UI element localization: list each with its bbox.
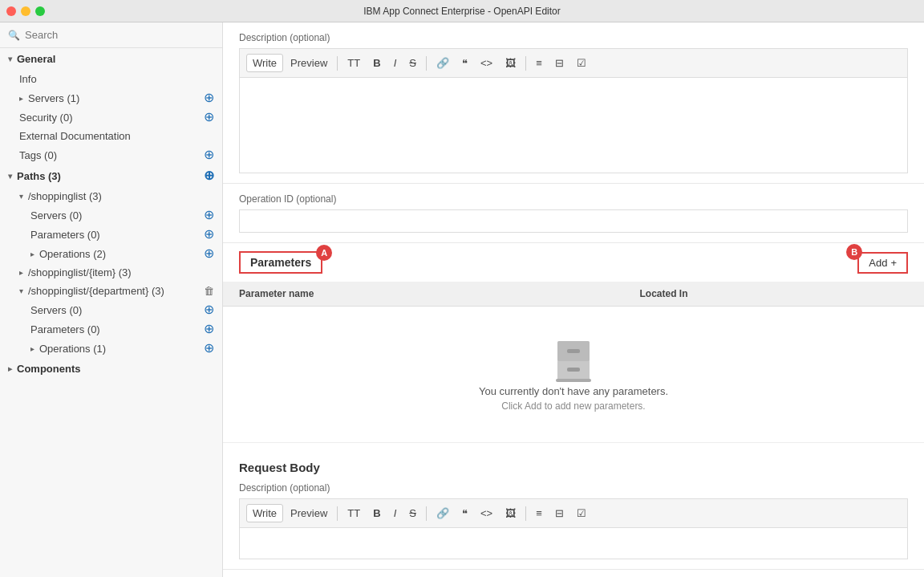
sidebar-item-sl-parameters[interactable]: Parameters (0) ⊕ (0, 225, 222, 244)
minimize-button[interactable] (21, 6, 30, 16)
add-parameter-button[interactable]: Add + (857, 252, 908, 274)
code-button[interactable]: <> (475, 55, 498, 71)
rb-bold-button[interactable]: B (367, 505, 386, 522)
add-server-button[interactable]: ⊕ (204, 91, 214, 104)
tags-label: Tags (0) (19, 149, 57, 161)
sidebar-item-shoppinglist-item[interactable]: ▸ /shoppinglist/{item} (3) (0, 263, 222, 282)
sidebar-section-paths[interactable]: ▾ Paths (3) ⊕ (0, 165, 222, 187)
add-sl-op-button[interactable]: ⊕ (204, 247, 214, 260)
strike-button[interactable]: S (403, 55, 422, 71)
toolbar-divider-3 (525, 56, 526, 71)
rb-ul-button[interactable]: ≡ (530, 505, 548, 522)
ol-button[interactable]: ⊟ (549, 55, 569, 71)
add-sl-server-button[interactable]: ⊕ (204, 209, 214, 221)
svg-rect-4 (567, 368, 580, 372)
chevron-right-icon-sl-ops: ▸ (30, 250, 34, 258)
description-section: Description (optional) Write Preview TT … (223, 22, 924, 184)
svg-rect-3 (567, 349, 580, 353)
sidebar-item-shoppinglist[interactable]: ▾ /shoppinglist (3) (0, 187, 222, 205)
add-dept-op-button[interactable]: ⊕ (204, 342, 214, 355)
rb-toolbar-divider-2 (426, 506, 427, 521)
sidebar-item-servers[interactable]: ▸ Servers (1) ⊕ (0, 88, 222, 108)
parameters-table: Parameter name Located In (223, 282, 924, 443)
plus-icon: + (890, 257, 897, 269)
security-label: Security (0) (19, 112, 72, 124)
toolbar-divider-2 (426, 56, 427, 71)
add-security-button[interactable]: ⊕ (204, 111, 214, 124)
rb-strike-button[interactable]: S (403, 505, 422, 522)
add-btn-container: B Add + (857, 252, 908, 274)
sidebar-item-dept-parameters[interactable]: Parameters (0) ⊕ (0, 319, 222, 339)
chevron-down-icon: ▾ (8, 55, 12, 63)
sidebar-item-dept-servers[interactable]: Servers (0) ⊕ (0, 300, 222, 319)
chevron-right-icon-comp: ▸ (8, 364, 12, 373)
sidebar-item-tags[interactable]: Tags (0) ⊕ (0, 145, 222, 165)
traffic-lights (6, 6, 45, 16)
parameters-header: Parameters A B Add + (223, 243, 924, 282)
rb-quote-button[interactable]: ❝ (456, 505, 473, 522)
add-tag-button[interactable]: ⊕ (204, 148, 214, 161)
operation-id-label: Operation ID (optional) (239, 193, 908, 205)
rb-tt-button[interactable]: TT (342, 505, 366, 522)
italic-button[interactable]: I (388, 55, 403, 71)
col-param-name: Parameter name (223, 282, 623, 307)
rb-image-button[interactable]: 🖼 (500, 505, 521, 522)
sidebar-item-info[interactable]: Info (0, 70, 222, 88)
request-body-toolbar: Write Preview TT B I S 🔗 ❝ <> 🖼 ≡ ⊟ ☑ (239, 498, 908, 527)
col-located-in: Located In (623, 282, 924, 307)
request-body-editor[interactable] (239, 527, 908, 559)
chevron-down-icon-paths: ▾ (8, 172, 12, 181)
add-label: Add (869, 257, 887, 269)
sidebar-item-dept-operations[interactable]: ▸ Operations (1) ⊕ (0, 339, 222, 358)
empty-icon (549, 337, 598, 385)
add-path-button[interactable]: ⊕ (204, 169, 214, 182)
request-body-section: Request Body Description (optional) Writ… (223, 451, 924, 570)
general-label: General (17, 53, 55, 65)
empty-subtitle: Click Add to add new parameters. (501, 400, 645, 412)
sidebar-section-general[interactable]: ▾ General (0, 48, 222, 70)
paths-label: Paths (3) (17, 170, 61, 182)
sidebar-item-security[interactable]: Security (0) ⊕ (0, 108, 222, 127)
badge-b: B (846, 244, 862, 260)
sidebar-item-shoppinglist-dept[interactable]: ▾ /shoppinglist/{department} (3) 🗑 (0, 282, 222, 300)
rb-preview-tab[interactable]: Preview (285, 505, 333, 522)
maximize-button[interactable] (35, 6, 45, 16)
rb-link-button[interactable]: 🔗 (431, 505, 455, 522)
sidebar-item-external-docs[interactable]: External Documentation (0, 127, 222, 145)
add-dept-param-button[interactable]: ⊕ (204, 323, 214, 335)
add-dept-server-button[interactable]: ⊕ (204, 303, 214, 316)
tt-button[interactable]: TT (342, 55, 366, 71)
rb-task-button[interactable]: ☑ (571, 505, 592, 522)
bold-button[interactable]: B (367, 55, 386, 71)
add-sl-param-button[interactable]: ⊕ (204, 228, 214, 241)
sidebar-item-sl-operations[interactable]: ▸ Operations (2) ⊕ (0, 244, 222, 263)
svg-rect-5 (556, 379, 591, 382)
rb-code-button[interactable]: <> (475, 505, 498, 522)
sidebar-section-components[interactable]: ▸ Components (0, 358, 222, 380)
delete-dept-button[interactable]: 🗑 (204, 285, 214, 297)
rb-toolbar-divider-3 (525, 506, 526, 521)
sidebar-item-sl-servers[interactable]: Servers (0) ⊕ (0, 205, 222, 225)
description-editor[interactable] (239, 77, 908, 173)
rb-write-tab[interactable]: Write (246, 504, 283, 522)
parameters-title: Parameters A (239, 251, 322, 274)
ul-button[interactable]: ≡ (530, 55, 548, 71)
operation-id-section: Operation ID (optional) (223, 184, 924, 243)
search-bar[interactable]: 🔍 (0, 22, 222, 48)
task-button[interactable]: ☑ (571, 55, 592, 71)
image-button[interactable]: 🖼 (500, 55, 521, 71)
servers-label: Servers (1) (28, 92, 79, 104)
operation-id-input[interactable] (239, 209, 908, 233)
search-input[interactable] (25, 29, 214, 41)
sidebar: 🔍 ▾ General Info ▸ Servers (1) ⊕ Securit… (0, 22, 223, 577)
close-button[interactable] (6, 6, 16, 16)
chevron-right-icon-dept-ops: ▸ (30, 344, 34, 353)
quote-button[interactable]: ❝ (456, 55, 473, 71)
rb-italic-button[interactable]: I (388, 505, 403, 522)
link-button[interactable]: 🔗 (431, 55, 455, 71)
preview-tab[interactable]: Preview (285, 55, 333, 71)
rb-ol-button[interactable]: ⊟ (549, 505, 569, 522)
write-tab[interactable]: Write (246, 54, 283, 72)
chevron-right-icon: ▸ (19, 94, 23, 103)
dept-params-label: Parameters (0) (30, 323, 100, 335)
